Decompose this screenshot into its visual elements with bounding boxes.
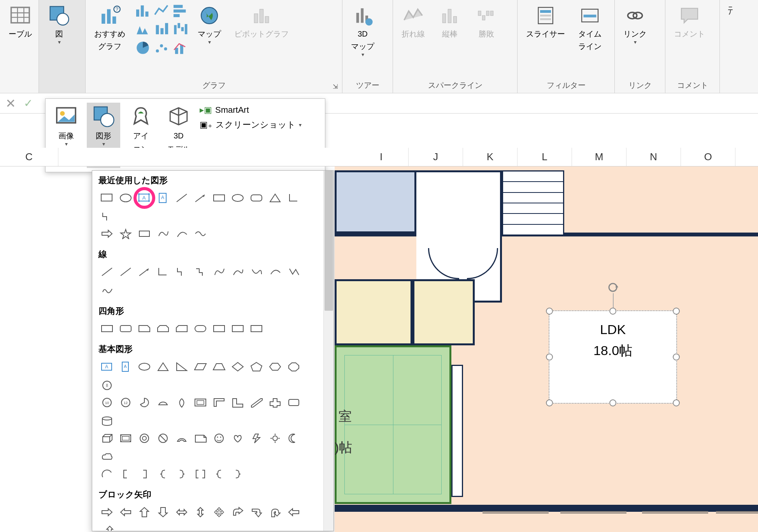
col-header[interactable]: P (735, 148, 758, 166)
chart-line-button[interactable] (153, 2, 170, 19)
col-header[interactable]: L (518, 148, 572, 166)
shape-folded[interactable] (192, 430, 209, 447)
comment-button[interactable]: コメント (670, 2, 709, 41)
shape-arr-uturn[interactable] (267, 504, 284, 521)
chart-scatter-button[interactable] (153, 40, 170, 56)
chart-pie-button[interactable] (135, 40, 151, 56)
resize-handle-sw[interactable] (546, 399, 553, 406)
shape-rect-r4[interactable] (154, 320, 172, 337)
resize-handle-nw[interactable] (546, 308, 553, 315)
shape-rect-r3[interactable] (136, 320, 153, 337)
shape-smiley[interactable] (211, 430, 228, 447)
cancel-icon[interactable]: ✕ (5, 96, 16, 111)
shape-triangle[interactable] (267, 189, 284, 206)
shape-oct8[interactable]: 8 (98, 377, 116, 394)
shape-cube[interactable] (98, 430, 116, 447)
shape-moon[interactable] (285, 430, 302, 447)
shape-heart[interactable] (229, 430, 246, 447)
shape-cloud[interactable] (98, 448, 116, 466)
shape-halfframe[interactable] (211, 394, 228, 411)
shape-rect-r9[interactable] (248, 320, 265, 337)
shape-line[interactable] (173, 189, 190, 206)
shape-arr-quad[interactable] (211, 504, 228, 521)
shape-textbox-vertical[interactable]: A (154, 189, 172, 206)
shape-sun[interactable] (267, 430, 284, 447)
shape-cross[interactable] (267, 394, 284, 411)
shape-rbrace[interactable] (173, 466, 190, 483)
shape-freeform2[interactable] (285, 263, 302, 280)
shape-rtri[interactable] (173, 358, 190, 375)
shape-rect-r5[interactable] (173, 320, 190, 337)
shape-star[interactable] (117, 225, 134, 242)
resize-handle-n[interactable] (609, 308, 616, 315)
shape-can[interactable] (98, 413, 116, 430)
shape-tear[interactable] (173, 394, 190, 411)
shape-rect-r6[interactable] (192, 320, 209, 337)
sparkline-line-button[interactable]: 折れ線 (398, 2, 429, 41)
shape-curve-conn4[interactable] (267, 263, 284, 280)
shape-rectangle[interactable] (98, 189, 116, 206)
shape-arc[interactable] (173, 225, 190, 242)
shape-hex[interactable] (267, 358, 284, 375)
shape-tbv[interactable]: A (117, 358, 134, 375)
shape-donut[interactable] (136, 430, 153, 447)
shape-rounded-rect[interactable] (248, 189, 265, 206)
shape-curve[interactable] (192, 225, 209, 242)
shape-arr-bentup[interactable] (98, 522, 116, 531)
col-header[interactable]: K (463, 148, 518, 166)
shape-block-arc[interactable] (173, 430, 190, 447)
shape-rect-r8[interactable] (229, 320, 246, 337)
shape-no[interactable] (154, 430, 172, 447)
chart-bar-button[interactable] (172, 2, 188, 19)
shape-l2[interactable] (98, 208, 116, 225)
illustrations-button[interactable]: 図 ▾ (44, 2, 75, 47)
shape-trap[interactable] (211, 358, 228, 375)
pivot-chart-button[interactable]: ピボットグラフ (230, 2, 293, 41)
shape-rect-r1[interactable] (98, 320, 116, 337)
shape-oval[interactable] (117, 189, 134, 206)
shape-curve-conn2[interactable] (229, 263, 246, 280)
shape-scribble[interactable] (98, 282, 116, 299)
shape-rbracket[interactable] (136, 466, 153, 483)
selected-textbox[interactable]: LDK 18.0帖 (549, 310, 677, 404)
shape-arr-lr2[interactable] (285, 504, 302, 521)
shape-arrow-right[interactable] (98, 225, 116, 242)
shape-arr-turn[interactable] (248, 504, 265, 521)
chart-hierarchy-button[interactable] (135, 21, 151, 37)
shape-diag[interactable] (248, 394, 265, 411)
shape-arr-d[interactable] (154, 504, 172, 521)
col-header[interactable]: O (681, 148, 735, 166)
chart-column-button[interactable] (135, 2, 151, 19)
ribbon-overflow-button[interactable]: ﾃ (725, 2, 736, 19)
shape-tbh[interactable]: A (98, 358, 116, 375)
shape-arr-bent[interactable] (229, 504, 246, 521)
screenshot-button[interactable]: ▣₊スクリーンショット ▾ (200, 119, 302, 131)
col-header[interactable]: N (626, 148, 681, 166)
sparkline-column-button[interactable]: 縦棒 (434, 2, 465, 41)
shape-textbox-horizontal[interactable]: A (136, 189, 153, 206)
slicer-button[interactable]: スライサー (522, 2, 569, 41)
scrollbar-thumb[interactable] (325, 171, 333, 311)
shape-pent[interactable] (248, 358, 265, 375)
shape-lbracket[interactable] (117, 466, 134, 483)
shape-line-b[interactable] (117, 263, 134, 280)
chart-waterfall-button[interactable] (172, 21, 188, 37)
resize-handle-ne[interactable] (673, 308, 680, 315)
shape-rect3[interactable] (136, 225, 153, 242)
charts-dialog-launcher[interactable]: ⇲ (333, 83, 340, 90)
shape-dodec[interactable]: 12 (117, 394, 134, 411)
shape-line-a[interactable] (98, 263, 116, 280)
smartart-button[interactable]: ▸▣SmartArt (200, 105, 302, 115)
shape-diamond[interactable] (229, 358, 246, 375)
shape-l[interactable] (285, 189, 302, 206)
resize-handle-s[interactable] (609, 399, 616, 406)
shape-lbrace[interactable] (154, 466, 172, 483)
shape-rbr2[interactable] (229, 466, 246, 483)
shape-tri[interactable] (154, 358, 172, 375)
shape-elbow3[interactable] (192, 263, 209, 280)
col-header[interactable]: I (354, 148, 409, 166)
chart-stat-button[interactable] (153, 21, 170, 37)
shape-lbr2[interactable] (211, 466, 228, 483)
shape-rect-r7[interactable] (211, 320, 228, 337)
resize-handle-w[interactable] (546, 354, 553, 360)
